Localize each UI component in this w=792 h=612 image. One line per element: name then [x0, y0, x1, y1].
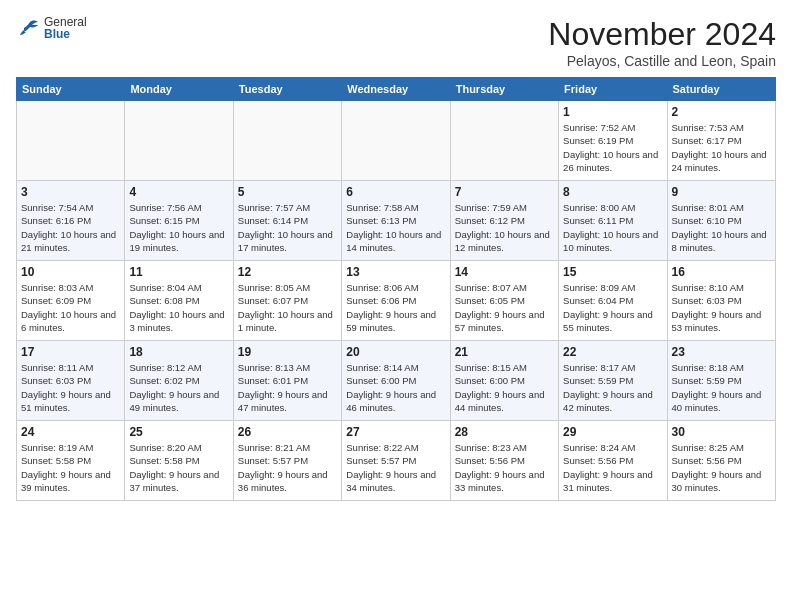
logo-bird-icon: [16, 16, 40, 40]
day-number: 22: [563, 345, 662, 359]
day-info: Sunrise: 8:25 AMSunset: 5:56 PMDaylight:…: [672, 441, 771, 494]
header-day: Tuesday: [233, 78, 341, 101]
day-info: Sunrise: 8:21 AMSunset: 5:57 PMDaylight:…: [238, 441, 337, 494]
calendar-week-row: 24Sunrise: 8:19 AMSunset: 5:58 PMDayligh…: [17, 421, 776, 501]
calendar-cell: 23Sunrise: 8:18 AMSunset: 5:59 PMDayligh…: [667, 341, 775, 421]
day-number: 23: [672, 345, 771, 359]
calendar-body: 1Sunrise: 7:52 AMSunset: 6:19 PMDaylight…: [17, 101, 776, 501]
day-info: Sunrise: 8:23 AMSunset: 5:56 PMDaylight:…: [455, 441, 554, 494]
day-info: Sunrise: 8:07 AMSunset: 6:05 PMDaylight:…: [455, 281, 554, 334]
calendar-cell: 21Sunrise: 8:15 AMSunset: 6:00 PMDayligh…: [450, 341, 558, 421]
header-day: Friday: [559, 78, 667, 101]
calendar-cell: 24Sunrise: 8:19 AMSunset: 5:58 PMDayligh…: [17, 421, 125, 501]
day-info: Sunrise: 8:04 AMSunset: 6:08 PMDaylight:…: [129, 281, 228, 334]
day-info: Sunrise: 8:12 AMSunset: 6:02 PMDaylight:…: [129, 361, 228, 414]
calendar-cell: 7Sunrise: 7:59 AMSunset: 6:12 PMDaylight…: [450, 181, 558, 261]
calendar-cell: [125, 101, 233, 181]
calendar-cell: 29Sunrise: 8:24 AMSunset: 5:56 PMDayligh…: [559, 421, 667, 501]
logo-text: GeneralBlue: [44, 16, 87, 40]
day-number: 3: [21, 185, 120, 199]
logo: GeneralBlue: [16, 16, 87, 40]
day-info: Sunrise: 7:53 AMSunset: 6:17 PMDaylight:…: [672, 121, 771, 174]
calendar-cell: [450, 101, 558, 181]
calendar-cell: 26Sunrise: 8:21 AMSunset: 5:57 PMDayligh…: [233, 421, 341, 501]
day-info: Sunrise: 8:22 AMSunset: 5:57 PMDaylight:…: [346, 441, 445, 494]
day-info: Sunrise: 8:10 AMSunset: 6:03 PMDaylight:…: [672, 281, 771, 334]
calendar-cell: 27Sunrise: 8:22 AMSunset: 5:57 PMDayligh…: [342, 421, 450, 501]
header-day: Saturday: [667, 78, 775, 101]
calendar-cell: 22Sunrise: 8:17 AMSunset: 5:59 PMDayligh…: [559, 341, 667, 421]
calendar-cell: 25Sunrise: 8:20 AMSunset: 5:58 PMDayligh…: [125, 421, 233, 501]
day-info: Sunrise: 8:01 AMSunset: 6:10 PMDaylight:…: [672, 201, 771, 254]
calendar-cell: 3Sunrise: 7:54 AMSunset: 6:16 PMDaylight…: [17, 181, 125, 261]
day-number: 5: [238, 185, 337, 199]
calendar-cell: [342, 101, 450, 181]
day-info: Sunrise: 8:13 AMSunset: 6:01 PMDaylight:…: [238, 361, 337, 414]
header-day: Monday: [125, 78, 233, 101]
day-number: 14: [455, 265, 554, 279]
day-number: 24: [21, 425, 120, 439]
day-number: 28: [455, 425, 554, 439]
day-info: Sunrise: 8:19 AMSunset: 5:58 PMDaylight:…: [21, 441, 120, 494]
day-number: 26: [238, 425, 337, 439]
calendar-cell: 2Sunrise: 7:53 AMSunset: 6:17 PMDaylight…: [667, 101, 775, 181]
day-number: 18: [129, 345, 228, 359]
calendar-cell: 16Sunrise: 8:10 AMSunset: 6:03 PMDayligh…: [667, 261, 775, 341]
calendar-table: SundayMondayTuesdayWednesdayThursdayFrid…: [16, 77, 776, 501]
calendar-cell: 19Sunrise: 8:13 AMSunset: 6:01 PMDayligh…: [233, 341, 341, 421]
day-number: 4: [129, 185, 228, 199]
calendar-week-row: 17Sunrise: 8:11 AMSunset: 6:03 PMDayligh…: [17, 341, 776, 421]
calendar-cell: 13Sunrise: 8:06 AMSunset: 6:06 PMDayligh…: [342, 261, 450, 341]
calendar-week-row: 3Sunrise: 7:54 AMSunset: 6:16 PMDaylight…: [17, 181, 776, 261]
calendar-cell: 15Sunrise: 8:09 AMSunset: 6:04 PMDayligh…: [559, 261, 667, 341]
calendar-cell: 12Sunrise: 8:05 AMSunset: 6:07 PMDayligh…: [233, 261, 341, 341]
day-info: Sunrise: 7:57 AMSunset: 6:14 PMDaylight:…: [238, 201, 337, 254]
calendar-cell: 20Sunrise: 8:14 AMSunset: 6:00 PMDayligh…: [342, 341, 450, 421]
day-number: 19: [238, 345, 337, 359]
day-info: Sunrise: 8:00 AMSunset: 6:11 PMDaylight:…: [563, 201, 662, 254]
day-number: 21: [455, 345, 554, 359]
day-number: 12: [238, 265, 337, 279]
day-info: Sunrise: 8:09 AMSunset: 6:04 PMDaylight:…: [563, 281, 662, 334]
calendar-cell: [17, 101, 125, 181]
day-info: Sunrise: 8:11 AMSunset: 6:03 PMDaylight:…: [21, 361, 120, 414]
day-number: 1: [563, 105, 662, 119]
month-title: November 2024: [548, 16, 776, 53]
day-info: Sunrise: 8:05 AMSunset: 6:07 PMDaylight:…: [238, 281, 337, 334]
day-info: Sunrise: 8:06 AMSunset: 6:06 PMDaylight:…: [346, 281, 445, 334]
logo-blue: Blue: [44, 28, 87, 40]
header: GeneralBlue November 2024 Pelayos, Casti…: [16, 16, 776, 69]
calendar-cell: 1Sunrise: 7:52 AMSunset: 6:19 PMDaylight…: [559, 101, 667, 181]
day-number: 17: [21, 345, 120, 359]
day-number: 7: [455, 185, 554, 199]
calendar-cell: 5Sunrise: 7:57 AMSunset: 6:14 PMDaylight…: [233, 181, 341, 261]
day-info: Sunrise: 8:03 AMSunset: 6:09 PMDaylight:…: [21, 281, 120, 334]
day-number: 9: [672, 185, 771, 199]
header-day: Thursday: [450, 78, 558, 101]
day-number: 30: [672, 425, 771, 439]
day-number: 13: [346, 265, 445, 279]
day-info: Sunrise: 7:52 AMSunset: 6:19 PMDaylight:…: [563, 121, 662, 174]
calendar-cell: 6Sunrise: 7:58 AMSunset: 6:13 PMDaylight…: [342, 181, 450, 261]
day-number: 2: [672, 105, 771, 119]
day-info: Sunrise: 8:17 AMSunset: 5:59 PMDaylight:…: [563, 361, 662, 414]
day-number: 15: [563, 265, 662, 279]
title-area: November 2024 Pelayos, Castille and Leon…: [548, 16, 776, 69]
calendar-cell: 18Sunrise: 8:12 AMSunset: 6:02 PMDayligh…: [125, 341, 233, 421]
day-number: 29: [563, 425, 662, 439]
calendar-cell: 17Sunrise: 8:11 AMSunset: 6:03 PMDayligh…: [17, 341, 125, 421]
day-info: Sunrise: 8:24 AMSunset: 5:56 PMDaylight:…: [563, 441, 662, 494]
calendar-cell: 9Sunrise: 8:01 AMSunset: 6:10 PMDaylight…: [667, 181, 775, 261]
day-number: 25: [129, 425, 228, 439]
calendar-cell: 14Sunrise: 8:07 AMSunset: 6:05 PMDayligh…: [450, 261, 558, 341]
day-info: Sunrise: 8:15 AMSunset: 6:00 PMDaylight:…: [455, 361, 554, 414]
calendar-cell: 8Sunrise: 8:00 AMSunset: 6:11 PMDaylight…: [559, 181, 667, 261]
day-number: 16: [672, 265, 771, 279]
day-info: Sunrise: 7:58 AMSunset: 6:13 PMDaylight:…: [346, 201, 445, 254]
calendar-cell: 28Sunrise: 8:23 AMSunset: 5:56 PMDayligh…: [450, 421, 558, 501]
calendar-cell: 30Sunrise: 8:25 AMSunset: 5:56 PMDayligh…: [667, 421, 775, 501]
subtitle: Pelayos, Castille and Leon, Spain: [548, 53, 776, 69]
header-day: Wednesday: [342, 78, 450, 101]
day-info: Sunrise: 8:14 AMSunset: 6:00 PMDaylight:…: [346, 361, 445, 414]
day-info: Sunrise: 7:56 AMSunset: 6:15 PMDaylight:…: [129, 201, 228, 254]
